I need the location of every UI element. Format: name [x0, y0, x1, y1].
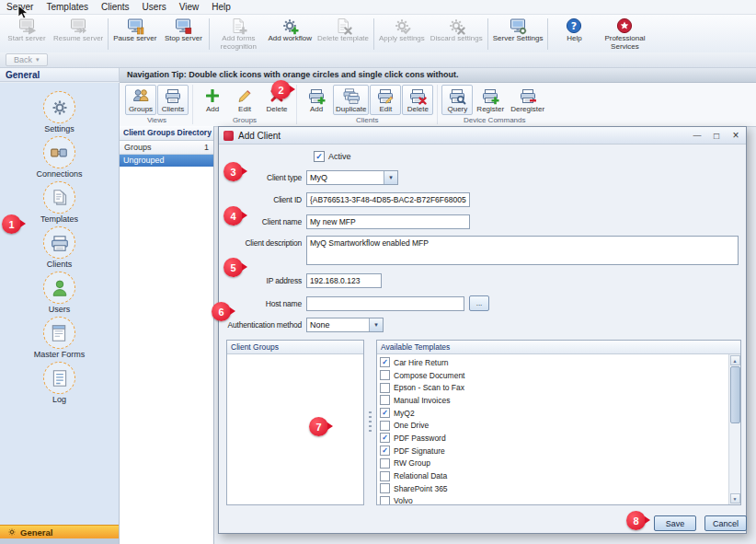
scrollbar-thumb[interactable]	[730, 366, 740, 423]
menu-item-view[interactable]: View	[173, 0, 206, 14]
template-list-item[interactable]: Epson - Scan to Fax	[380, 381, 728, 394]
sidebar-item-settings[interactable]: Settings	[43, 91, 75, 133]
back-button[interactable]: Back	[6, 53, 48, 66]
template-checkbox[interactable]	[380, 458, 390, 469]
minimize-button[interactable]	[692, 131, 703, 140]
template-checkbox[interactable]: ✓	[380, 408, 390, 418]
dialog-titlebar[interactable]: Add Client	[219, 127, 746, 145]
template-checkbox[interactable]: ✓	[380, 357, 390, 367]
template-checkbox[interactable]: ✓	[380, 446, 390, 456]
scroll-up-icon[interactable]	[730, 355, 740, 365]
professional-services-button[interactable]: Professional Services	[598, 16, 651, 52]
panel-splitter[interactable]	[366, 340, 374, 505]
groups-add-button[interactable]: Add	[197, 85, 228, 115]
ip-address-input[interactable]	[306, 273, 382, 288]
ribbon-button-label: Delete	[407, 105, 429, 113]
pause-server-icon	[126, 17, 144, 35]
template-list-item[interactable]: SharePoint 365	[380, 482, 728, 495]
sidebar-item-master-forms[interactable]: Master Forms	[34, 317, 86, 359]
orange-circle	[43, 272, 75, 304]
groups-edit-button[interactable]: Edit	[229, 85, 260, 115]
client-name-input[interactable]	[306, 214, 470, 229]
template-list-item[interactable]: RW Group	[380, 457, 728, 470]
template-list-item[interactable]: Relational Data	[380, 469, 728, 482]
sidebar-item-clients[interactable]: Clients	[43, 226, 75, 269]
device-commands-register-button[interactable]: Register	[474, 85, 507, 115]
menu-item-clients[interactable]: Clients	[95, 0, 136, 14]
menu-item-help[interactable]: Help	[205, 0, 237, 14]
menu-item-users[interactable]: Users	[136, 0, 173, 14]
template-list-item[interactable]: One Drive	[380, 419, 728, 432]
ribbon-group-device-commands: QueryRegisterDeregisterDevice Commands	[438, 83, 551, 126]
auth-method-dropdown[interactable]: None	[306, 318, 384, 332]
ribbon-button-label: Query	[447, 105, 467, 113]
pause-server-button[interactable]: Pause server	[110, 16, 159, 52]
template-checkbox[interactable]	[380, 395, 390, 405]
browse-button[interactable]: ...	[469, 295, 489, 311]
views-clients-button[interactable]: Clients	[157, 85, 189, 115]
clients-delete-button[interactable]: Delete	[402, 85, 433, 115]
sidebar-item-log[interactable]: Log	[43, 362, 75, 404]
clients-add-button[interactable]: Add	[301, 85, 332, 115]
clients-duplicate-button[interactable]: Duplicate	[333, 85, 369, 115]
template-checkbox[interactable]	[380, 421, 390, 431]
template-list-item[interactable]: ✓MyQ2	[380, 407, 728, 420]
template-checkbox[interactable]: ✓	[380, 433, 390, 443]
resume-server-icon	[69, 17, 87, 35]
scroll-down-icon[interactable]	[730, 493, 740, 503]
window-controls	[692, 129, 741, 142]
maximize-button[interactable]	[711, 131, 722, 141]
group-list-item[interactable]: Ungrouped	[120, 155, 213, 167]
groups-list: Ungrouped	[120, 155, 213, 544]
device-commands-query-button[interactable]: Query	[441, 85, 473, 115]
close-button[interactable]	[730, 129, 741, 142]
toolbar-button-label: Stop server	[165, 35, 202, 43]
chevron-down-icon[interactable]	[369, 318, 383, 331]
toolbar-button-label: Discard settings	[430, 35, 483, 43]
sidebar-item-templates[interactable]: Templates	[40, 181, 78, 224]
active-checkbox[interactable]: ✓	[314, 151, 325, 162]
edit-client-icon	[376, 87, 395, 105]
device-commands-deregister-button[interactable]: Deregister	[508, 85, 547, 115]
sidebar-item-connections[interactable]: Connections	[36, 136, 82, 179]
template-checkbox[interactable]	[380, 496, 390, 504]
template-list-item[interactable]: Volvo	[380, 495, 728, 504]
menu-item-templates[interactable]: Templates	[40, 0, 95, 14]
server-settings-button[interactable]: Server Settings	[490, 16, 546, 52]
add-workflow-button[interactable]: Add workflow	[265, 16, 315, 52]
ribbon-group-label: Clients	[297, 115, 437, 126]
clients-edit-button[interactable]: Edit	[370, 85, 401, 115]
ribbon-button-label: Add	[206, 105, 219, 113]
template-list-item[interactable]: ✓Car Hire Return	[380, 356, 728, 369]
ribbon-button-label: Add	[310, 105, 323, 113]
sidebar-item-users[interactable]: Users	[43, 272, 75, 314]
client-name-row: Client name	[219, 214, 470, 229]
host-name-input[interactable]	[306, 296, 464, 311]
save-button[interactable]: Save	[654, 515, 696, 531]
template-checkbox[interactable]	[380, 370, 390, 380]
client-id-input[interactable]	[306, 192, 470, 207]
template-list-item[interactable]: Manual Invoices	[380, 394, 728, 407]
template-checkbox[interactable]	[380, 383, 390, 393]
template-checkbox[interactable]	[380, 471, 390, 481]
help-button[interactable]: ?Help	[550, 16, 598, 52]
client-description-input[interactable]: MyQ Smartworkflow enabled MFP	[306, 236, 739, 265]
ribbon-button-label: Edit	[238, 105, 251, 113]
sidebar-footer[interactable]: General	[0, 525, 119, 538]
views-groups-button[interactable]: Groups	[125, 85, 156, 115]
orange-circle	[43, 362, 75, 394]
cancel-button[interactable]: Cancel	[704, 515, 747, 531]
users-icon	[50, 278, 70, 298]
sidebar-item-label: Clients	[47, 260, 73, 269]
template-list-item[interactable]: ✓PDF Password	[380, 432, 728, 445]
template-list-item[interactable]: ✓PDF Signature	[380, 445, 728, 457]
chevron-down-icon[interactable]	[384, 171, 397, 184]
groups-column-header[interactable]: Groups 1	[120, 141, 213, 155]
template-checkbox[interactable]	[380, 483, 390, 493]
template-list-item[interactable]: Compose Document	[380, 369, 728, 382]
toolbar-button-label: Help	[567, 35, 581, 43]
templates-scrollbar[interactable]	[728, 354, 740, 504]
stop-server-button[interactable]: Stop server	[159, 16, 207, 52]
client-type-dropdown[interactable]: MyQ	[306, 170, 398, 185]
scrollbar-track[interactable]	[730, 365, 740, 493]
